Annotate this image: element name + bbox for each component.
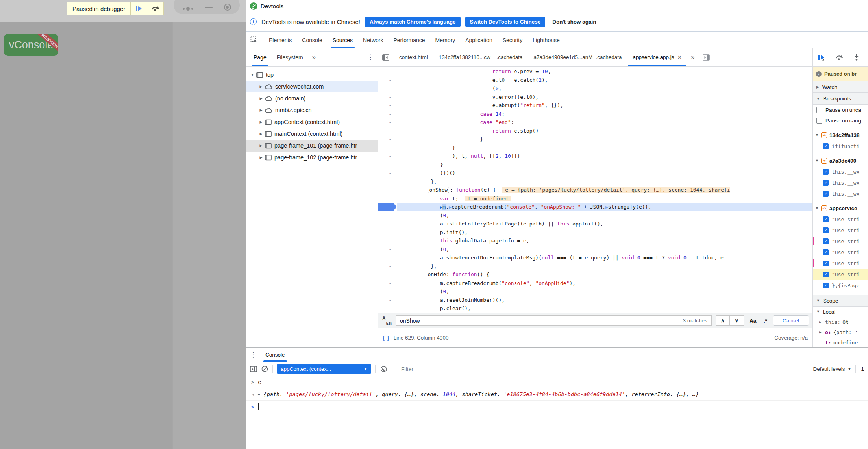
find-replace-icon[interactable]: A ↳B (381, 316, 392, 326)
chevron-down-icon[interactable]: ▼ (815, 133, 819, 137)
cancel-find-button[interactable]: Cancel (773, 315, 809, 326)
breakpoint-item[interactable]: ✓this.__wx (813, 188, 868, 199)
tab-memory[interactable]: Memory (430, 32, 461, 48)
breakpoint-file-group[interactable]: ▼<>a7a3de490 (813, 155, 868, 166)
case-sensitive-toggle[interactable]: Aa (748, 318, 758, 324)
tree-item[interactable]: ▶page-frame_102 (page-frame.htr (246, 152, 378, 163)
expand-object-icon[interactable]: ▶ (258, 392, 260, 396)
line-gutter[interactable]: - (378, 211, 397, 220)
console-input-echo-row[interactable]: > e (246, 376, 868, 388)
code-line[interactable]: -}, (378, 262, 812, 271)
line-gutter[interactable]: - (378, 118, 397, 127)
editor-tab[interactable]: a7a3de4909ee1d5...anM=.cachedata (528, 48, 627, 66)
breakpoint-item[interactable]: ✓"use stri (813, 258, 868, 269)
code-line[interactable]: -case 14: (378, 110, 812, 118)
tab-console[interactable]: Console (260, 348, 290, 362)
chevron-down-icon[interactable]: ▼ (249, 73, 255, 77)
line-gutter[interactable]: - (378, 279, 397, 288)
code-line[interactable]: -} (378, 135, 812, 144)
dont-show-again-button[interactable]: Don't show again (550, 17, 598, 27)
pretty-print-icon[interactable]: { } (383, 335, 390, 341)
vconsole-button[interactable]: vConsole WEBVIEW (4, 34, 58, 56)
breakpoint-item[interactable]: ✓"use stri (813, 236, 868, 247)
code-line[interactable]: -), t, null, [[2, 10]]) (378, 152, 812, 161)
checkbox-checked[interactable]: ✓ (823, 169, 829, 175)
scope-variable-row[interactable]: t: undefine (813, 337, 868, 347)
watch-section-header[interactable]: ▶ Watch (813, 81, 868, 93)
tab-performance[interactable]: Performance (388, 32, 430, 48)
match-language-button[interactable]: Always match Chrome's language (365, 17, 461, 27)
tab-sources[interactable]: Sources (328, 32, 358, 48)
scope-local-row[interactable]: ▼ Local (813, 307, 868, 317)
chevron-right-icon[interactable]: ▶ (258, 96, 264, 100)
line-gutter[interactable]: - (378, 169, 397, 177)
tree-item[interactable]: ▶mmbiz.qpic.cn (246, 104, 378, 116)
issues-count[interactable]: 1 (860, 366, 864, 372)
tab-network[interactable]: Network (358, 32, 388, 48)
checkbox-checked[interactable]: ✓ (823, 180, 829, 186)
scope-section-header[interactable]: ▼ Scope (813, 295, 868, 307)
checkbox-checked[interactable]: ✓ (823, 261, 829, 266)
line-gutter[interactable]: - (378, 76, 397, 85)
scope-variable-row[interactable]: ▶this: Ot (813, 317, 868, 327)
execution-line[interactable]: -▶m.▶captureBreadcrumb("console", "onApp… (378, 203, 812, 211)
breakpoint-item[interactable]: ✓if(functi (813, 140, 868, 152)
next-match-button[interactable]: ∨ (730, 315, 744, 326)
log-levels-dropdown[interactable]: Default levels ▼ (813, 366, 851, 372)
breakpoint-item[interactable]: ✓this.__wx (813, 177, 868, 188)
more-navigator-tabs-icon[interactable]: » (308, 48, 320, 66)
scope-variable-row[interactable]: ▶e: {path: ' (813, 327, 868, 337)
minimize-icon[interactable] (205, 7, 213, 8)
line-gutter[interactable]: - (378, 135, 397, 144)
navigator-tab-filesystem[interactable]: Filesystem (272, 48, 308, 66)
line-gutter[interactable]: - (378, 144, 397, 152)
breakpoint-file-group[interactable]: ▼<>134c2ffa138 (813, 129, 868, 140)
chevron-down-icon[interactable]: ▼ (815, 159, 819, 163)
code-editor[interactable]: -return e.prev = 10,-e.t0 = e.catch(2),-… (378, 67, 812, 313)
checkbox-checked[interactable]: ✓ (823, 227, 829, 233)
tree-item[interactable]: ▶servicewechat.com (246, 81, 378, 92)
code-line[interactable]: -e.abrupt("return", {}); (378, 101, 812, 110)
tree-item[interactable]: ▶mainContext (context.html) (246, 128, 378, 140)
line-gutter[interactable]: - (378, 177, 397, 186)
code-line[interactable]: -return e.stop() (378, 127, 812, 135)
step-over-button[interactable] (147, 2, 163, 15)
code-line[interactable]: -case "end": (378, 118, 812, 127)
more-editor-tabs-icon[interactable]: » (687, 48, 698, 66)
editor-tab[interactable]: appservice.app.js× (627, 48, 687, 66)
chevron-right-icon[interactable]: ▶ (258, 132, 264, 136)
chevron-right-icon[interactable]: ▶ (258, 85, 264, 89)
line-gutter[interactable]: - (378, 186, 397, 194)
chevron-right-icon[interactable]: ▶ (258, 144, 264, 148)
tab-lighthouse[interactable]: Lighthouse (527, 32, 565, 48)
code-line[interactable]: -e.t0 = e.catch(2), (378, 76, 812, 85)
breakpoint-item[interactable]: ✓"use stri (813, 214, 868, 225)
checkbox-checked[interactable]: ✓ (823, 216, 829, 222)
line-gutter[interactable]: - (378, 101, 397, 110)
hide-navigator-icon[interactable] (378, 48, 394, 66)
pause-option-row[interactable]: Pause on unca (813, 105, 868, 115)
checkbox-checked[interactable]: ✓ (823, 238, 829, 244)
chevron-right-icon[interactable]: ▶ (819, 330, 823, 334)
resume-script-button[interactable] (130, 2, 147, 15)
breakpoint-item[interactable]: ✓"use stri (813, 247, 868, 258)
editor-tab[interactable]: context.html (394, 48, 433, 66)
code-line[interactable]: -a.showTencentDocFromTemplateMsg)(null =… (378, 253, 812, 262)
code-line[interactable]: -p.clear(), (378, 304, 812, 313)
pause-option-row[interactable]: Pause on caug (813, 115, 868, 126)
navigator-menu-icon[interactable]: ⋮ (363, 48, 378, 66)
line-gutter[interactable]: - (378, 296, 397, 305)
clear-console-icon[interactable] (261, 366, 268, 372)
switch-to-chinese-button[interactable]: Switch DevTools to Chinese (465, 17, 546, 27)
line-gutter[interactable]: - (378, 228, 397, 237)
code-line[interactable]: -this.globalData.pageInfo = e, (378, 237, 812, 245)
code-line[interactable]: -onHide: function() { (378, 270, 812, 279)
more-options-icon[interactable] (183, 7, 193, 11)
line-gutter[interactable]: - (378, 253, 397, 262)
console-prompt-row[interactable]: > (246, 401, 868, 413)
show-debugger-panel-icon[interactable] (698, 48, 714, 66)
tab-security[interactable]: Security (498, 32, 528, 48)
chevron-right-icon[interactable]: ▶ (258, 155, 264, 159)
line-gutter[interactable]: - (378, 194, 397, 203)
console-filter-input[interactable]: Filter (397, 364, 809, 374)
